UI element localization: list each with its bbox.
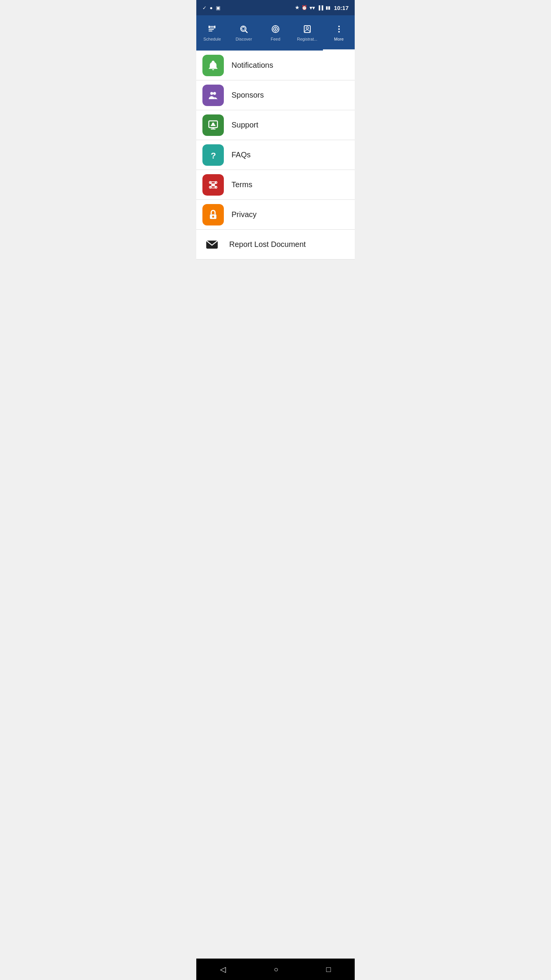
status-bar: ✓ ● ▣ ★ ⏰ ▾▾ ▐▐ ▮▮ 10:17 [196, 0, 355, 15]
tab-more[interactable]: More [323, 15, 355, 51]
home-button[interactable]: ○ [266, 961, 286, 978]
image-icon: ▣ [216, 5, 220, 11]
tab-feed[interactable]: Feed [260, 15, 292, 51]
support-icon-wrapper [202, 114, 224, 136]
menu-item-report-lost[interactable]: Report Lost Document [196, 230, 355, 260]
sponsors-label: Sponsors [231, 91, 264, 100]
menu-item-sponsors[interactable]: Sponsors [196, 80, 355, 110]
privacy-label: Privacy [231, 210, 257, 219]
sponsors-icon-wrapper [202, 85, 224, 106]
svg-point-20 [338, 26, 340, 27]
feed-icon [271, 24, 280, 35]
terms-icon-wrapper [202, 174, 224, 196]
svg-rect-4 [214, 26, 215, 28]
svg-rect-2 [209, 29, 214, 30]
tab-bar: Schedule Discover [196, 15, 355, 51]
tab-registration[interactable]: Registrat... [291, 15, 323, 51]
battery-icon: ▮▮ [326, 5, 330, 10]
status-icons-right: ★ ⏰ ▾▾ ▐▐ ▮▮ 10:17 [295, 5, 349, 11]
tab-registration-label: Registrat... [297, 37, 317, 41]
whatsapp-icon: ● [210, 5, 213, 11]
lock-icon [207, 209, 219, 220]
bell-icon [207, 60, 219, 71]
schedule-icon [207, 24, 217, 35]
notifications-icon-wrapper [202, 55, 224, 76]
terms-label: Terms [231, 180, 252, 189]
svg-point-23 [210, 92, 214, 95]
svg-point-19 [306, 27, 308, 29]
discover-icon [239, 24, 248, 35]
menu-item-faqs[interactable]: ? FAQs [196, 140, 355, 170]
menu-item-notifications[interactable]: Notifications [196, 51, 355, 80]
svg-point-21 [338, 28, 340, 30]
report-lost-icon-wrapper [202, 235, 222, 254]
privacy-icon-wrapper [202, 204, 224, 225]
sponsors-icon [207, 90, 219, 101]
more-icon [334, 24, 344, 35]
svg-rect-3 [209, 31, 212, 31]
registration-icon [303, 24, 312, 35]
question-icon: ? [207, 149, 219, 161]
svg-point-7 [242, 27, 245, 30]
svg-point-13 [275, 28, 276, 30]
check-icon: ✓ [202, 5, 207, 11]
tab-feed-label: Feed [271, 37, 280, 41]
svg-text:?: ? [211, 150, 216, 160]
bottom-spacer [196, 260, 355, 281]
svg-line-8 [245, 31, 247, 33]
svg-rect-37 [212, 216, 214, 217]
tab-discover-label: Discover [236, 37, 252, 41]
svg-rect-34 [212, 183, 215, 186]
wifi-icon: ▾▾ [310, 5, 315, 11]
svg-point-22 [338, 31, 340, 33]
terms-icon [207, 179, 219, 191]
faqs-label: FAQs [231, 150, 251, 159]
menu-item-terms[interactable]: Terms [196, 170, 355, 200]
alarm-icon: ⏰ [302, 5, 307, 10]
email-icon [205, 238, 219, 252]
bluetooth-icon: ★ [295, 5, 299, 10]
status-icons-left: ✓ ● ▣ [202, 5, 220, 11]
time-display: 10:17 [334, 5, 349, 11]
support-icon [207, 119, 219, 131]
signal-icon: ▐▐ [317, 5, 323, 10]
notifications-label: Notifications [231, 61, 273, 70]
menu-item-privacy[interactable]: Privacy [196, 200, 355, 230]
tab-more-label: More [334, 37, 344, 41]
report-lost-label: Report Lost Document [229, 240, 306, 249]
menu-item-support[interactable]: Support [196, 110, 355, 140]
tab-schedule-label: Schedule [203, 37, 221, 41]
svg-rect-5 [209, 26, 210, 28]
faqs-icon-wrapper: ? [202, 144, 224, 166]
svg-point-24 [213, 92, 216, 95]
android-nav-bar: ◁ ○ □ [196, 959, 355, 980]
tab-schedule[interactable]: Schedule [196, 15, 228, 51]
tab-discover[interactable]: Discover [228, 15, 260, 51]
back-button[interactable]: ◁ [212, 961, 233, 978]
recent-apps-button[interactable]: □ [318, 961, 338, 978]
support-label: Support [231, 121, 258, 129]
menu-list: Notifications Sponsors Support [196, 51, 355, 260]
